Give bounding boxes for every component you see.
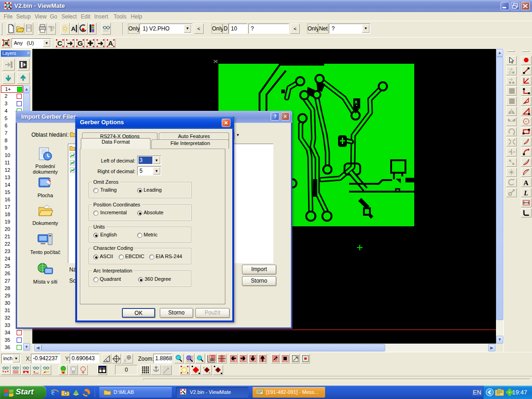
svg-text:?: ? (51, 25, 54, 32)
svg-text:A: A (524, 179, 529, 187)
svg-text:s: s (209, 371, 210, 374)
svg-text:e: e (51, 388, 54, 396)
svg-text:L: L (75, 391, 78, 395)
svg-text:s: s (203, 366, 205, 369)
svg-text:A: A (71, 25, 76, 32)
svg-text:L: L (524, 189, 528, 197)
